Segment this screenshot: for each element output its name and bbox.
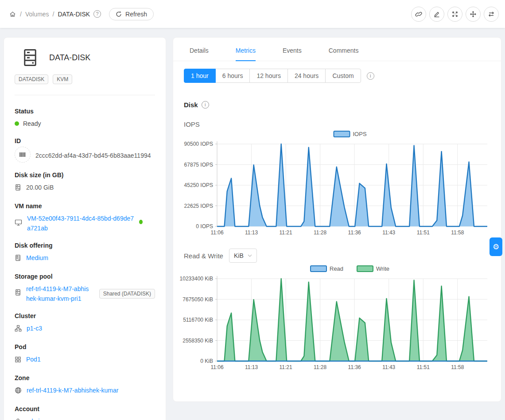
field-label: Zone	[15, 374, 155, 381]
breadcrumb-volumes[interactable]: Volumes	[25, 11, 49, 18]
svg-text:11:13: 11:13	[245, 229, 258, 236]
edit-button[interactable]	[429, 7, 444, 22]
storage-pool-scope-badge: Shared (DATADISK)	[99, 289, 155, 299]
vm-status-dot	[139, 220, 143, 224]
pod-link[interactable]: Pod1	[26, 354, 41, 364]
refresh-button[interactable]: Refresh	[109, 8, 154, 20]
attach-volume-button[interactable]	[411, 7, 426, 22]
field-label: Storage pool	[15, 273, 155, 280]
svg-text:11:06: 11:06	[210, 364, 223, 370]
tab-bar: Details Metrics Events Comments	[173, 38, 501, 61]
question-circle-icon[interactable]: ?	[93, 10, 101, 18]
move-arrows-icon	[470, 11, 477, 18]
tag-row: DATADISK KVM	[15, 74, 155, 84]
iops-chart: 0 IOPS22625 IOPS45250 IOPS67875 IOPS9050…	[179, 128, 497, 239]
unit-select[interactable]: KiB	[229, 249, 257, 263]
svg-text:2558350 KiB: 2558350 KiB	[183, 338, 213, 344]
tab-metrics[interactable]: Metrics	[236, 38, 256, 61]
resize-volume-button[interactable]	[447, 7, 462, 22]
zone-link[interactable]: ref-trl-4119-k-M7-abhishek-kumar	[27, 385, 118, 395]
user-icon	[15, 418, 21, 420]
tag-datadisk: DATADISK	[15, 74, 48, 84]
info-circle-icon[interactable]: i	[202, 101, 209, 109]
volume-info-card: DATA-DISK DATADISK KVM Status Ready ID 2…	[4, 37, 166, 420]
info-circle-icon[interactable]: i	[367, 72, 374, 80]
svg-text:11:58: 11:58	[451, 229, 464, 236]
header-actions	[410, 7, 500, 22]
chevron-down-icon	[248, 254, 252, 257]
volume-header: DATA-DISK	[15, 48, 155, 67]
account-link[interactable]: admin	[26, 416, 43, 420]
svg-text:90500 IOPS: 90500 IOPS	[184, 141, 213, 147]
resize-arrows-icon	[451, 11, 458, 18]
svg-text:Write: Write	[376, 265, 389, 272]
svg-text:IOPS: IOPS	[353, 131, 367, 137]
field-disk-offering: Disk offering Medium	[15, 242, 155, 264]
time-range-row: 1 hour 6 hours 12 hours 24 hours Custom …	[184, 69, 501, 83]
hdd-icon	[21, 48, 39, 67]
vm-name-link[interactable]: VM-52e00f43-7911-4dc4-85bd-d69de7a721ab	[27, 214, 134, 233]
cluster-link[interactable]: p1-c3	[27, 323, 42, 333]
field-label: Disk offering	[15, 242, 155, 249]
svg-text:11:28: 11:28	[314, 364, 326, 370]
svg-text:11:21: 11:21	[280, 364, 292, 370]
barcode-icon	[15, 147, 31, 163]
settings-drawer-button[interactable]: ⚙	[489, 237, 502, 256]
volume-title: DATA-DISK	[49, 53, 90, 62]
svg-text:11:36: 11:36	[348, 364, 361, 370]
range-1-hour-button[interactable]: 1 hour	[184, 69, 216, 83]
disk-offering-link[interactable]: Medium	[26, 253, 48, 263]
tab-comments[interactable]: Comments	[329, 38, 359, 61]
gear-icon: ⚙	[493, 242, 499, 252]
field-pod: Pod Pod1	[15, 343, 155, 366]
svg-text:11:43: 11:43	[382, 364, 395, 370]
svg-text:0 KiB: 0 KiB	[200, 358, 213, 364]
svg-text:10233400 KiB: 10233400 KiB	[180, 276, 213, 282]
field-id: ID 2ccc62dd-af4a-43d7-bd45-6b83aae11994	[15, 137, 155, 163]
hdd-icon	[15, 184, 21, 194]
svg-text:45250 IOPS: 45250 IOPS	[184, 182, 213, 188]
range-24-hours-button[interactable]: 24 hours	[287, 69, 326, 83]
tab-events[interactable]: Events	[283, 38, 302, 61]
divider	[15, 95, 155, 95]
move-volume-button[interactable]	[466, 7, 481, 22]
desktop-icon	[15, 219, 22, 229]
iops-chart-title: IOPS	[184, 121, 501, 128]
field-label: Pod	[15, 343, 155, 350]
svg-text:11:43: 11:43	[382, 229, 395, 236]
link-icon	[415, 11, 422, 18]
field-label: Account	[15, 405, 155, 412]
tag-kvm: KVM	[53, 74, 72, 84]
field-label: ID	[15, 137, 155, 144]
breadcrumb-separator: /	[20, 11, 22, 18]
top-bar: / Volumes / DATA-DISK ? Refresh	[0, 0, 505, 28]
svg-text:11:58: 11:58	[451, 364, 464, 370]
field-zone: Zone ref-trl-4119-k-M7-abhishek-kumar	[15, 374, 155, 397]
range-12-hours-button[interactable]: 12 hours	[249, 69, 287, 83]
home-icon[interactable]	[9, 10, 16, 18]
tab-details[interactable]: Details	[190, 38, 209, 61]
status-dot-green	[15, 121, 19, 126]
volume-detail-card: Details Metrics Events Comments 1 hour 6…	[173, 37, 501, 402]
swap-arrows-icon	[488, 11, 495, 18]
svg-text:0 IOPS: 0 IOPS	[196, 223, 213, 229]
field-account: Account admin	[15, 405, 155, 420]
cluster-icon	[15, 325, 22, 334]
hdd-icon	[15, 254, 21, 264]
status-value: Ready	[23, 119, 41, 128]
migrate-volume-button[interactable]	[484, 7, 499, 22]
storage-pool-link[interactable]: ref-trl-4119-k-M7-abhishek-kumar-kvm-pri…	[26, 284, 89, 303]
svg-text:11:13: 11:13	[245, 364, 258, 370]
refresh-icon	[116, 11, 122, 17]
globe-icon	[15, 387, 22, 397]
svg-text:67875 IOPS: 67875 IOPS	[184, 162, 213, 168]
breadcrumb: / Volumes / DATA-DISK ? Refresh	[9, 8, 154, 20]
range-6-hours-button[interactable]: 6 hours	[215, 69, 250, 83]
rw-chart-title: Read & Write	[184, 252, 223, 260]
refresh-label: Refresh	[125, 11, 147, 18]
field-vm-name: VM name VM-52e00f43-7911-4dc4-85bd-d69de…	[15, 202, 155, 233]
breadcrumb-separator: /	[53, 11, 54, 18]
range-custom-button[interactable]: Custom	[325, 69, 361, 83]
field-cluster: Cluster p1-c3	[15, 312, 155, 334]
disk-size-value: 20.00 GiB	[26, 183, 54, 192]
